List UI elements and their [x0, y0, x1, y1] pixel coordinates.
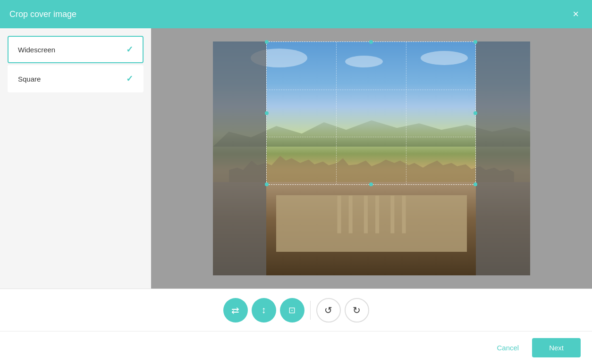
checkmark-widescreen: ✓ — [126, 44, 133, 55]
rotate-left-icon: ↺ — [324, 305, 332, 316]
rotate-right-icon: ↻ — [353, 305, 361, 316]
toolbar-separator — [310, 301, 311, 320]
image-container — [213, 41, 530, 275]
close-button[interactable]: × — [569, 7, 583, 21]
modal-body: Widescreen ✓ Square ✓ — [0, 28, 592, 289]
modal-footer: Cancel Next — [0, 331, 592, 364]
gray-right-overlay — [476, 41, 530, 275]
sidebar: Widescreen ✓ Square ✓ — [0, 28, 151, 289]
flip-horizontal-button[interactable]: ⇄ — [223, 298, 248, 323]
aspect-label-square: Square — [18, 75, 41, 83]
checkmark-square: ✓ — [126, 74, 133, 84]
modal-header: Crop cover image × — [0, 0, 592, 28]
next-button[interactable]: Next — [532, 338, 581, 357]
flip-vertical-icon: ↕ — [262, 305, 266, 315]
aspect-label-widescreen: Widescreen — [18, 46, 55, 54]
flip-vertical-button[interactable]: ↕ — [252, 298, 276, 323]
cloud-2 — [345, 56, 383, 67]
rotate-left-button[interactable]: ↺ — [316, 298, 341, 323]
modal-title: Crop cover image — [9, 9, 76, 19]
crop-fit-icon: ⊡ — [288, 305, 296, 315]
plaza — [276, 195, 466, 252]
crop-modal: Crop cover image × Widescreen ✓ Square ✓ — [0, 0, 592, 364]
rotate-right-button[interactable]: ↻ — [345, 298, 369, 323]
aspect-option-square[interactable]: Square ✓ — [8, 65, 144, 92]
crop-fit-button[interactable]: ⊡ — [280, 298, 304, 323]
gray-left-overlay — [213, 41, 266, 275]
crop-area[interactable] — [151, 28, 592, 289]
aspect-option-widescreen[interactable]: Widescreen ✓ — [8, 36, 144, 63]
close-icon: × — [573, 9, 579, 19]
toolbar: ⇄ ↕ ⊡ ↺ ↻ — [0, 289, 592, 331]
cloud-3 — [421, 51, 468, 65]
flip-horizontal-icon: ⇄ — [231, 305, 239, 316]
cancel-button[interactable]: Cancel — [489, 339, 526, 356]
